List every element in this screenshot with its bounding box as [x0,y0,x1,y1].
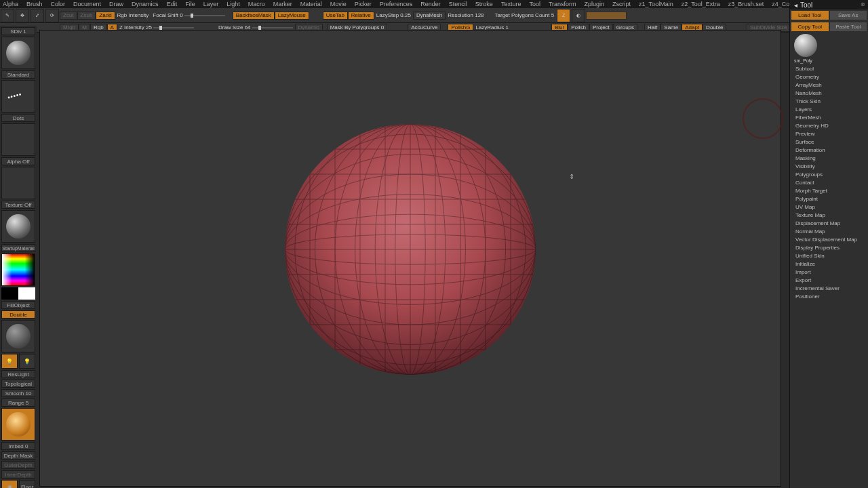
menu-stroke[interactable]: Stroke [475,1,493,7]
floor-icon[interactable]: Floor [19,480,35,488]
menu-alpha[interactable]: Alpha [3,1,18,7]
tool-item-displacement-map[interactable]: Displacement Map [790,219,868,227]
menu-document[interactable]: Document [73,1,101,7]
copy-tool-btn[interactable]: Copy Tool [791,22,829,31]
outerdepth-label[interactable]: OuterDepth [1,461,35,469]
backface-mask-btn[interactable]: BackfaceMask [233,12,275,20]
light2-icon[interactable]: 💡 [19,354,35,369]
zsub-icon[interactable]: ✎ [1,9,14,22]
menu-macro[interactable]: Macro [248,1,265,7]
gizmo-thumb[interactable] [1,320,35,352]
lazystep-slider[interactable]: LazyStep 0.25 [374,12,413,18]
double-btn-left[interactable]: Double [1,310,35,319]
tool-item-positioner[interactable]: Positioner [790,292,868,300]
menu-z3_brush.set[interactable]: z3_Brush.set [728,1,764,7]
menu-material[interactable]: Material [300,1,322,7]
light-icon[interactable]: 💡 [1,354,18,369]
tool-item-incremental-saver[interactable]: Incremental Saver [790,284,868,292]
tool-item-normal-map[interactable]: Normal Map [790,227,868,235]
menu-dynamics[interactable]: Dynamics [132,1,159,7]
zcut-btn[interactable]: Zcut [60,12,77,20]
material-thumb[interactable] [1,210,35,243]
relative-btn[interactable]: Relative [348,12,374,20]
menu-light[interactable]: Light [226,1,240,7]
scale-icon[interactable]: ⤢ [31,9,44,22]
tool-item-surface[interactable]: Surface [790,138,868,146]
save-as-btn[interactable]: Save As [830,11,867,20]
menu-texture[interactable]: Texture [501,1,521,7]
menu-tool[interactable]: Tool [529,1,540,7]
move-icon[interactable]: ✥ [16,9,29,22]
zsub-btn[interactable]: Zsub [77,12,96,20]
menu-brush[interactable]: Brush [26,1,43,7]
rotate-icon[interactable]: ⟳ [45,9,59,22]
menu-draw[interactable]: Draw [109,1,123,7]
alpha-thumb[interactable] [1,123,35,156]
menu-transform[interactable]: Transform [549,1,576,7]
menu-color[interactable]: Color [51,1,66,7]
reslight-label[interactable]: ResLight [1,370,35,378]
swatch-row[interactable] [1,287,35,300]
focal-shift-slider[interactable]: Focal Shift 0 [151,12,226,18]
close-icon[interactable]: ⊗ [861,1,865,7]
viewport[interactable]: ⇕ [39,30,781,487]
menu-layer[interactable]: Layer [203,1,219,7]
tool-item-contact[interactable]: Contact [790,178,868,186]
tool-item-uv-map[interactable]: UV Map [790,203,868,211]
tool-item-preview[interactable]: Preview [790,129,868,138]
tool-item-subtool[interactable]: Subtool [790,64,868,73]
nav-sphere[interactable] [743,98,783,139]
range-label[interactable]: Range 5 [1,399,35,407]
tool-item-masking[interactable]: Masking [790,154,868,162]
zadd-btn[interactable]: Zadd [96,12,115,20]
menu-render[interactable]: Render [420,1,441,7]
menu-zplugin[interactable]: Zplugin [585,1,605,7]
tool-item-vector-displacement-map[interactable]: Vector Displacement Map [790,235,868,243]
tool-item-arraymesh[interactable]: ArrayMesh [790,81,868,89]
menu-stencil[interactable]: Stencil [449,1,467,7]
zremesh-icon[interactable]: Z [557,9,570,22]
imbed-label[interactable]: Imbed 0 [1,442,35,450]
menu-edit[interactable]: Edit [167,1,178,7]
tool-thumb[interactable] [794,34,817,57]
tool-item-polypaint[interactable]: Polypaint [790,195,868,203]
sdiv-label[interactable]: SDiv 1 [1,27,35,35]
tool-item-visibility[interactable]: Visibility [790,162,868,170]
tool-item-texture-map[interactable]: Texture Map [790,211,868,219]
tool-item-geometry-hd[interactable]: Geometry HD [790,121,868,129]
dynamesh-btn[interactable]: DynaMesh [413,12,446,20]
tool-item-layers[interactable]: Layers [790,105,868,113]
tool-item-export[interactable]: Export [790,276,868,284]
texture-thumb[interactable] [1,167,35,199]
targetpoly-slider[interactable]: Target Polygons Count 5 [493,12,557,18]
menu-file[interactable]: File [185,1,195,7]
tool-item-geometry[interactable]: Geometry [790,73,868,81]
tool-item-morph-target[interactable]: Morph Target [790,186,868,195]
menu-zscript[interactable]: Zscript [612,1,631,7]
brush-thumb[interactable] [1,37,35,69]
load-tool-btn[interactable]: Load Tool [791,11,829,20]
paste-tool-btn[interactable]: Paste Tool [830,22,867,31]
menu-z1_toolmain[interactable]: z1_ToolMain [639,1,673,7]
tool-item-import[interactable]: Import [790,268,868,276]
mirror-icon[interactable]: ◉ [1,480,18,488]
tool-item-fibermesh[interactable]: FiberMesh [790,113,868,121]
tool-panel-header[interactable]: ◂Tool ⊗ [790,0,868,9]
tool-item-display-properties[interactable]: Display Properties [790,243,868,251]
depthmask-label[interactable]: Depth Mask [1,451,35,460]
tool-item-deformation[interactable]: Deformation [790,146,868,154]
brush-falloff[interactable] [1,408,35,441]
mesh-sphere[interactable] [285,124,536,375]
stroke-thumb[interactable] [1,80,35,113]
usetab-btn[interactable]: UseTab [323,12,348,20]
color-picker[interactable] [1,253,35,286]
tool-item-nanomesh[interactable]: NanoMesh [790,89,868,97]
tool-item-thick-skin[interactable]: Thick Skin [790,97,868,105]
rgb-intensity-slider[interactable]: Rgb Intensity [115,12,151,18]
innerdepth-label[interactable]: InnerDepth [1,470,35,479]
sphere-mode-icon[interactable]: ◐ [572,9,585,22]
lazymouse-btn[interactable]: LazyMouse [275,12,309,20]
fillobject-btn[interactable]: FillObject [1,301,35,309]
menu-marker[interactable]: Marker [273,1,292,7]
resolution-slider[interactable]: Resolution 128 [446,12,486,18]
